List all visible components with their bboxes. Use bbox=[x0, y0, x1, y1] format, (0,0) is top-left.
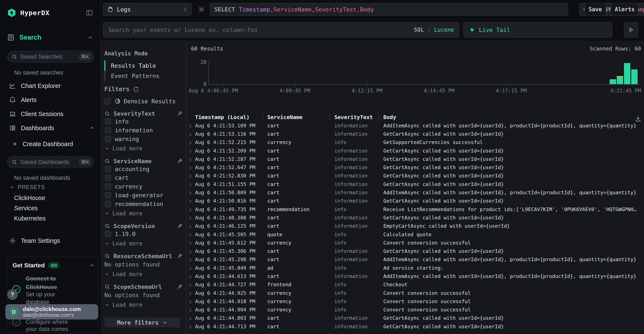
preset-item-kubernetes[interactable]: Kubernetes bbox=[14, 215, 46, 222]
chevron-up-icon[interactable] bbox=[88, 35, 93, 40]
tab-event-patterns[interactable]: Event Patterns bbox=[104, 71, 183, 81]
row-expander-icon[interactable] bbox=[189, 298, 191, 304]
row-expander-icon[interactable] bbox=[189, 273, 191, 279]
load-more-button[interactable]: Load more bbox=[104, 270, 183, 278]
filter-option[interactable]: information bbox=[104, 126, 183, 134]
lucene-toggle[interactable]: Lucene bbox=[434, 27, 454, 33]
row-expander-icon[interactable] bbox=[189, 131, 191, 137]
pin-icon[interactable] bbox=[177, 110, 183, 116]
table-row[interactable]: Aug 6 4:21:44.713 PMcartinformationGetCa… bbox=[186, 322, 644, 330]
presets-toggle[interactable]: PRESETS bbox=[9, 184, 45, 190]
alerts-button[interactable]: Alerts bbox=[611, 3, 638, 16]
checkbox[interactable] bbox=[105, 201, 111, 207]
load-more-button[interactable]: Load more bbox=[104, 300, 183, 309]
get-started-header[interactable]: Get Started 3/3 bbox=[12, 262, 94, 269]
source-settings-gear-icon[interactable] bbox=[198, 6, 205, 13]
table-row[interactable]: Aug 6 4:21:49.735 PMrecommendationinfoRe… bbox=[186, 205, 644, 214]
table-row[interactable]: Aug 6 4:21:52.287 PMcartinformationGetCa… bbox=[186, 155, 644, 163]
row-expander-icon[interactable] bbox=[189, 240, 191, 246]
sidebar-item-dashboards[interactable]: Dashboards bbox=[9, 123, 94, 133]
saved-dashboards-input[interactable]: Saved Dashboards ⌘K bbox=[7, 156, 94, 168]
search-events-input[interactable]: Search your events w/ Lucene ex. column:… bbox=[103, 22, 459, 38]
source-select[interactable]: Logs bbox=[103, 3, 192, 16]
table-row[interactable]: Aug 6 4:21:52.830 PMcartinformationGetCa… bbox=[186, 172, 644, 180]
get-started-item-title[interactable]: Connect to ClickHouse bbox=[26, 274, 72, 292]
denoise-results-option[interactable]: Denoise Results bbox=[104, 97, 183, 105]
table-row[interactable]: Aug 6 4:21:53.109 PMcartinformationAddIt… bbox=[186, 122, 644, 130]
create-dashboard-button[interactable]: Create Dashboard bbox=[12, 140, 73, 148]
table-row[interactable]: Aug 6 4:21:45.298 PMcartinformationAddIt… bbox=[186, 256, 644, 264]
table-row[interactable]: Aug 6 4:21:46.125 PMcartinformationEmpty… bbox=[186, 222, 644, 230]
preset-item-services[interactable]: Services bbox=[14, 204, 38, 212]
row-expander-icon[interactable] bbox=[189, 307, 191, 313]
row-expander-icon[interactable] bbox=[189, 248, 191, 254]
table-row[interactable]: Aug 6 4:21:44.904 PMcurrencyinfoConvert … bbox=[186, 306, 644, 314]
get-started-item-title[interactable]: Configure where your data comes from bbox=[26, 318, 77, 334]
pin-icon[interactable] bbox=[177, 284, 183, 290]
save-button[interactable]: Save bbox=[584, 3, 606, 16]
column-resize-handle[interactable] bbox=[330, 114, 330, 120]
row-expander-icon[interactable] bbox=[189, 206, 191, 212]
table-row[interactable]: Aug 6 4:21:52.215 PMcurrencyinfoGetSuppo… bbox=[186, 138, 644, 146]
column-header-servicename[interactable]: ServiceName bbox=[267, 114, 327, 120]
sidebar-item-team-settings[interactable]: Team Settings bbox=[9, 236, 94, 246]
more-filters-button[interactable]: More filters bbox=[104, 318, 180, 328]
chevron-up-icon[interactable] bbox=[89, 126, 94, 130]
load-more-button[interactable]: Load more bbox=[104, 239, 183, 248]
filter-option[interactable]: load-generator bbox=[104, 191, 183, 200]
checkbox[interactable] bbox=[105, 166, 111, 172]
filter-group-header[interactable]: ScopeSchemaUrl bbox=[104, 283, 183, 290]
pin-icon[interactable] bbox=[177, 158, 183, 164]
table-row[interactable]: Aug 6 4:21:44.727 PMfrontendinfoCheckout bbox=[186, 280, 644, 289]
filter-option[interactable]: cart bbox=[104, 174, 183, 182]
row-expander-icon[interactable] bbox=[189, 265, 191, 271]
help-button[interactable]: ? bbox=[7, 289, 18, 300]
sql-toggle[interactable]: SQL bbox=[414, 27, 424, 33]
checkbox[interactable] bbox=[105, 192, 111, 198]
table-row[interactable]: Aug 6 4:21:51.155 PMcartinformationGetCa… bbox=[186, 180, 644, 188]
row-expander-icon[interactable] bbox=[189, 148, 191, 154]
checkbox[interactable] bbox=[105, 127, 111, 133]
row-expander-icon[interactable] bbox=[189, 139, 191, 145]
row-expander-icon[interactable] bbox=[189, 156, 191, 162]
column-header-timestamp[interactable]: Timestamp (Local) bbox=[195, 114, 259, 120]
table-row[interactable]: Aug 6 4:21:50.816 PMcartinformationGetCa… bbox=[186, 197, 644, 205]
row-expander-icon[interactable] bbox=[189, 282, 191, 288]
table-row[interactable]: Aug 6 4:21:53.116 PMcartinformationGetCa… bbox=[186, 130, 644, 138]
table-row[interactable]: Aug 6 4:21:52.209 PMcartinformationGetCa… bbox=[186, 146, 644, 155]
row-expander-icon[interactable] bbox=[189, 173, 191, 179]
checkbox[interactable] bbox=[104, 98, 110, 104]
checkbox[interactable] bbox=[105, 118, 111, 124]
sidebar-item-alerts[interactable]: Alerts bbox=[9, 95, 94, 104]
row-expander-icon[interactable] bbox=[189, 198, 191, 204]
row-expander-icon[interactable] bbox=[189, 290, 191, 296]
row-expander-icon[interactable] bbox=[189, 215, 191, 221]
table-row[interactable]: Aug 6 4:21:44.803 PMcartinformationGetCa… bbox=[186, 314, 644, 322]
preset-item-clickhouse[interactable]: ClickHouse bbox=[14, 194, 45, 202]
checkbox[interactable] bbox=[105, 184, 111, 190]
pin-icon[interactable] bbox=[177, 223, 183, 229]
row-expander-icon[interactable] bbox=[189, 181, 191, 187]
filter-option[interactable]: accounting bbox=[104, 165, 183, 174]
table-row[interactable]: Aug 6 4:21:44.613 PMcartinformationAddIt… bbox=[186, 272, 644, 280]
table-row[interactable]: Aug 6 4:21:45.849 PMadinfoAd service sta… bbox=[186, 264, 644, 272]
results-histogram[interactable] bbox=[208, 62, 641, 84]
row-expander-icon[interactable] bbox=[189, 315, 191, 321]
load-more-button[interactable]: Load more bbox=[104, 144, 183, 153]
filter-option[interactable]: currency bbox=[104, 182, 183, 191]
refresh-icon[interactable] bbox=[133, 86, 139, 92]
load-more-button[interactable]: Load more bbox=[104, 209, 183, 218]
sidebar-item-chart-explorer[interactable]: Chart Explorer bbox=[9, 81, 94, 90]
saved-searches-input[interactable]: Saved Searches ⌘K bbox=[7, 51, 94, 62]
row-expander-icon[interactable] bbox=[189, 190, 191, 196]
filter-option[interactable]: 1.19.0 bbox=[104, 230, 183, 238]
table-row[interactable]: Aug 6 4:21:45.612 PMcurrencyinfoConvert … bbox=[186, 238, 644, 247]
checkbox[interactable] bbox=[105, 175, 111, 181]
column-header-severitytext[interactable]: SeverityText bbox=[334, 114, 377, 120]
filter-option[interactable]: info bbox=[104, 117, 183, 126]
collapse-sidebar-icon[interactable] bbox=[86, 9, 93, 16]
table-row[interactable]: Aug 6 4:21:45.306 PMcartinformationGetCa… bbox=[186, 247, 644, 255]
column-header-body[interactable]: Body bbox=[383, 114, 447, 120]
filter-group-header[interactable]: ServiceName bbox=[104, 158, 183, 165]
row-expander-icon[interactable] bbox=[189, 324, 191, 330]
